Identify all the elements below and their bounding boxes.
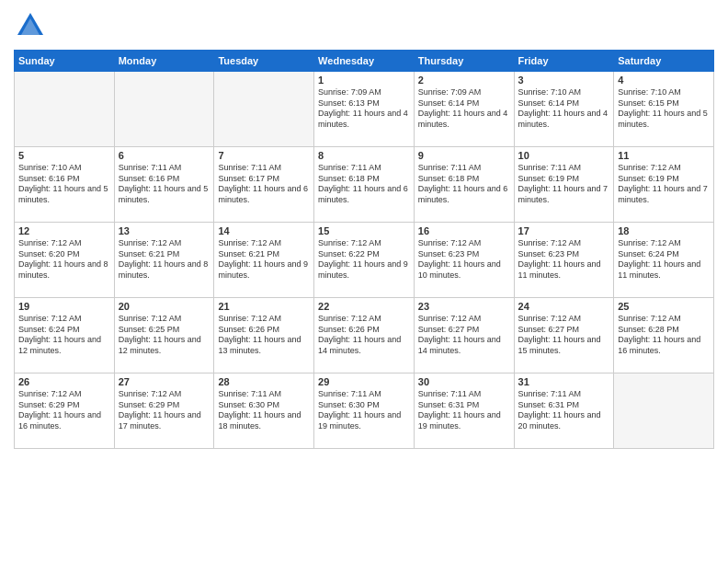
day-info: Sunrise: 7:12 AMSunset: 6:23 PMDaylight:… xyxy=(518,238,610,282)
day-info: Sunrise: 7:11 AMSunset: 6:16 PMDaylight:… xyxy=(119,163,210,206)
calendar-cell: 5Sunrise: 7:10 AMSunset: 6:16 PMDaylight… xyxy=(15,147,115,223)
calendar-cell: 17Sunrise: 7:12 AMSunset: 6:23 PMDayligh… xyxy=(514,223,614,298)
day-info: Sunrise: 7:11 AMSunset: 6:31 PMDaylight:… xyxy=(518,389,610,432)
calendar-cell: 30Sunrise: 7:11 AMSunset: 6:31 PMDayligh… xyxy=(414,373,514,449)
header xyxy=(14,9,714,42)
day-info: Sunrise: 7:10 AMSunset: 6:14 PMDaylight:… xyxy=(518,87,610,131)
day-info: Sunrise: 7:09 AMSunset: 6:13 PMDaylight:… xyxy=(318,87,410,131)
day-info: Sunrise: 7:12 AMSunset: 6:25 PMDaylight:… xyxy=(119,314,210,357)
calendar-cell: 18Sunrise: 7:12 AMSunset: 6:24 PMDayligh… xyxy=(614,223,714,298)
week-row-5: 26Sunrise: 7:12 AMSunset: 6:29 PMDayligh… xyxy=(15,373,714,449)
day-number: 4 xyxy=(618,75,710,86)
day-info: Sunrise: 7:10 AMSunset: 6:15 PMDaylight:… xyxy=(618,87,710,131)
calendar-cell: 19Sunrise: 7:12 AMSunset: 6:24 PMDayligh… xyxy=(15,298,115,373)
day-number: 8 xyxy=(318,150,410,161)
calendar-cell: 23Sunrise: 7:12 AMSunset: 6:27 PMDayligh… xyxy=(414,298,514,373)
day-number: 3 xyxy=(518,75,610,86)
day-number: 1 xyxy=(318,75,410,86)
day-info: Sunrise: 7:11 AMSunset: 6:17 PMDaylight:… xyxy=(218,163,310,206)
day-info: Sunrise: 7:12 AMSunset: 6:21 PMDaylight:… xyxy=(119,238,210,282)
day-number: 19 xyxy=(18,301,110,312)
calendar-cell: 1Sunrise: 7:09 AMSunset: 6:13 PMDaylight… xyxy=(314,72,415,147)
calendar-cell: 9Sunrise: 7:11 AMSunset: 6:18 PMDaylight… xyxy=(414,147,514,223)
day-info: Sunrise: 7:11 AMSunset: 6:18 PMDaylight:… xyxy=(318,163,410,206)
calendar-cell: 24Sunrise: 7:12 AMSunset: 6:27 PMDayligh… xyxy=(514,298,614,373)
calendar-table: SundayMondayTuesdayWednesdayThursdayFrid… xyxy=(14,50,714,449)
day-info: Sunrise: 7:12 AMSunset: 6:28 PMDaylight:… xyxy=(618,314,710,357)
calendar-cell: 13Sunrise: 7:12 AMSunset: 6:21 PMDayligh… xyxy=(114,223,214,298)
day-info: Sunrise: 7:12 AMSunset: 6:26 PMDaylight:… xyxy=(218,314,310,357)
day-number: 20 xyxy=(119,301,210,312)
day-header-thursday: Thursday xyxy=(414,51,514,72)
day-info: Sunrise: 7:09 AMSunset: 6:14 PMDaylight:… xyxy=(418,87,510,131)
day-info: Sunrise: 7:12 AMSunset: 6:21 PMDaylight:… xyxy=(218,238,310,282)
day-info: Sunrise: 7:12 AMSunset: 6:22 PMDaylight:… xyxy=(318,238,410,282)
calendar-cell: 2Sunrise: 7:09 AMSunset: 6:14 PMDaylight… xyxy=(414,72,514,147)
day-number: 17 xyxy=(518,225,610,236)
calendar-cell: 16Sunrise: 7:12 AMSunset: 6:23 PMDayligh… xyxy=(414,223,514,298)
calendar-cell: 31Sunrise: 7:11 AMSunset: 6:31 PMDayligh… xyxy=(514,373,614,449)
day-info: Sunrise: 7:12 AMSunset: 6:24 PMDaylight:… xyxy=(18,314,110,357)
day-number: 23 xyxy=(418,301,510,312)
day-info: Sunrise: 7:11 AMSunset: 6:18 PMDaylight:… xyxy=(418,163,510,206)
day-info: Sunrise: 7:11 AMSunset: 6:30 PMDaylight:… xyxy=(218,389,310,432)
day-header-sunday: Sunday xyxy=(15,51,115,72)
header-row: SundayMondayTuesdayWednesdayThursdayFrid… xyxy=(15,51,714,72)
day-info: Sunrise: 7:12 AMSunset: 6:20 PMDaylight:… xyxy=(18,238,110,282)
day-info: Sunrise: 7:12 AMSunset: 6:24 PMDaylight:… xyxy=(618,238,710,282)
day-number: 21 xyxy=(218,301,310,312)
calendar-cell xyxy=(214,72,314,147)
calendar-cell: 4Sunrise: 7:10 AMSunset: 6:15 PMDaylight… xyxy=(614,72,714,147)
week-row-3: 12Sunrise: 7:12 AMSunset: 6:20 PMDayligh… xyxy=(15,223,714,298)
calendar-cell: 11Sunrise: 7:12 AMSunset: 6:19 PMDayligh… xyxy=(614,147,714,223)
calendar-cell xyxy=(114,72,214,147)
calendar-cell: 28Sunrise: 7:11 AMSunset: 6:30 PMDayligh… xyxy=(214,373,314,449)
day-number: 7 xyxy=(218,150,310,161)
calendar-cell xyxy=(614,373,714,449)
day-number: 12 xyxy=(18,225,110,236)
day-header-friday: Friday xyxy=(514,51,614,72)
day-info: Sunrise: 7:12 AMSunset: 6:27 PMDaylight:… xyxy=(418,314,510,357)
calendar-cell: 29Sunrise: 7:11 AMSunset: 6:30 PMDayligh… xyxy=(314,373,415,449)
day-number: 5 xyxy=(18,150,110,161)
day-number: 14 xyxy=(218,225,310,236)
calendar-cell: 8Sunrise: 7:11 AMSunset: 6:18 PMDaylight… xyxy=(314,147,415,223)
logo xyxy=(14,9,52,42)
day-number: 28 xyxy=(218,376,310,387)
day-info: Sunrise: 7:12 AMSunset: 6:29 PMDaylight:… xyxy=(119,389,210,432)
day-number: 10 xyxy=(518,150,610,161)
calendar-cell: 20Sunrise: 7:12 AMSunset: 6:25 PMDayligh… xyxy=(114,298,214,373)
calendar-cell: 7Sunrise: 7:11 AMSunset: 6:17 PMDaylight… xyxy=(214,147,314,223)
day-number: 9 xyxy=(418,150,510,161)
calendar-cell: 10Sunrise: 7:11 AMSunset: 6:19 PMDayligh… xyxy=(514,147,614,223)
day-number: 30 xyxy=(418,376,510,387)
day-number: 11 xyxy=(618,150,710,161)
calendar-cell: 14Sunrise: 7:12 AMSunset: 6:21 PMDayligh… xyxy=(214,223,314,298)
day-info: Sunrise: 7:12 AMSunset: 6:27 PMDaylight:… xyxy=(518,314,610,357)
day-info: Sunrise: 7:12 AMSunset: 6:26 PMDaylight:… xyxy=(318,314,410,357)
calendar-cell xyxy=(15,72,115,147)
calendar-cell: 6Sunrise: 7:11 AMSunset: 6:16 PMDaylight… xyxy=(114,147,214,223)
calendar-cell: 3Sunrise: 7:10 AMSunset: 6:14 PMDaylight… xyxy=(514,72,614,147)
calendar-cell: 21Sunrise: 7:12 AMSunset: 6:26 PMDayligh… xyxy=(214,298,314,373)
day-number: 27 xyxy=(119,376,210,387)
week-row-1: 1Sunrise: 7:09 AMSunset: 6:13 PMDaylight… xyxy=(15,72,714,147)
calendar-cell: 25Sunrise: 7:12 AMSunset: 6:28 PMDayligh… xyxy=(614,298,714,373)
day-header-monday: Monday xyxy=(114,51,214,72)
page-container: SundayMondayTuesdayWednesdayThursdayFrid… xyxy=(0,0,728,458)
day-info: Sunrise: 7:12 AMSunset: 6:29 PMDaylight:… xyxy=(18,389,110,432)
day-header-tuesday: Tuesday xyxy=(214,51,314,72)
day-number: 25 xyxy=(618,301,710,312)
day-number: 24 xyxy=(518,301,610,312)
day-number: 15 xyxy=(318,225,410,236)
day-number: 16 xyxy=(418,225,510,236)
day-number: 13 xyxy=(119,225,210,236)
week-row-4: 19Sunrise: 7:12 AMSunset: 6:24 PMDayligh… xyxy=(15,298,714,373)
calendar-cell: 12Sunrise: 7:12 AMSunset: 6:20 PMDayligh… xyxy=(15,223,115,298)
day-number: 22 xyxy=(318,301,410,312)
day-header-wednesday: Wednesday xyxy=(314,51,415,72)
calendar-cell: 27Sunrise: 7:12 AMSunset: 6:29 PMDayligh… xyxy=(114,373,214,449)
day-info: Sunrise: 7:11 AMSunset: 6:19 PMDaylight:… xyxy=(518,163,610,206)
calendar-cell: 22Sunrise: 7:12 AMSunset: 6:26 PMDayligh… xyxy=(314,298,415,373)
logo-icon xyxy=(14,9,47,42)
